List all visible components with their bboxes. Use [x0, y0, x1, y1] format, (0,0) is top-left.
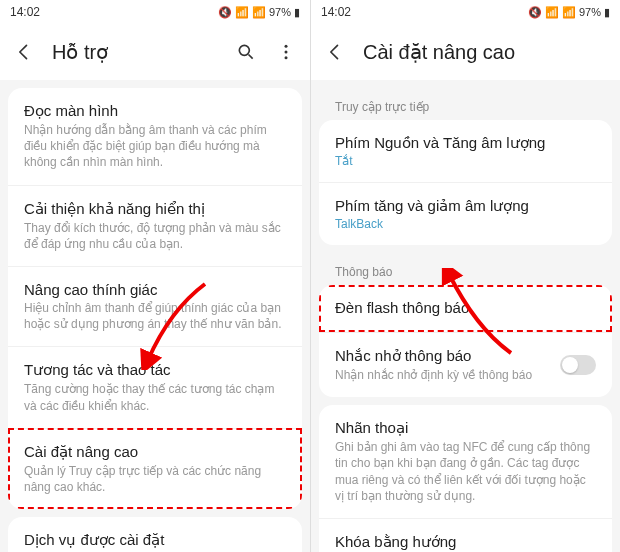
header: Hỗ trợ [0, 24, 310, 80]
battery-icon: ▮ [604, 6, 610, 19]
statusbar: 14:02 🔇 📶 📶 97% ▮ [311, 0, 620, 24]
status-icons: 🔇 📶 📶 97% ▮ [218, 6, 300, 19]
item-visibility[interactable]: Cải thiện khả năng hiển thị Thay đổi kíc… [8, 185, 302, 266]
status-time: 14:02 [10, 5, 40, 19]
misc-card: Nhãn thoại Ghi bản ghi âm vào tag NFC để… [319, 405, 612, 552]
page-title: Hỗ trợ [52, 40, 234, 64]
page-title: Cài đặt nâng cao [363, 40, 608, 64]
svg-point-0 [239, 45, 249, 55]
content: Đọc màn hình Nhận hướng dẫn bằng âm than… [0, 80, 310, 552]
mute-icon: 🔇 [218, 6, 232, 19]
back-icon[interactable] [323, 40, 347, 64]
notification-card: Đèn flash thông báo Nhắc nhở thông báo N… [319, 285, 612, 397]
direct-access-card: Phím Nguồn và Tăng âm lượng Tắt Phím tăn… [319, 120, 612, 245]
content: Truy cập trực tiếp Phím Nguồn và Tăng âm… [311, 80, 620, 552]
statusbar: 14:02 🔇 📶 📶 97% ▮ [0, 0, 310, 24]
installed-card: Dịch vụ được cài đặt TalkBack và 7 dịch … [8, 517, 302, 552]
settings-card: Đọc màn hình Nhận hướng dẫn bằng âm than… [8, 88, 302, 509]
battery-text: 97% [269, 6, 291, 18]
item-advanced-settings[interactable]: Cài đặt nâng cao Quản lý Truy cập trực t… [8, 428, 302, 509]
status-time: 14:02 [321, 5, 351, 19]
item-notification-reminder[interactable]: Nhắc nhở thông báo Nhận nhắc nhở định kỳ… [319, 332, 612, 397]
more-icon[interactable] [274, 40, 298, 64]
svg-point-3 [285, 56, 288, 59]
wifi-icon: 📶 [235, 6, 249, 19]
item-interaction[interactable]: Tương tác và thao tác Tăng cường hoặc th… [8, 346, 302, 427]
section-direct-access: Truy cập trực tiếp [319, 88, 612, 120]
item-flash-notification[interactable]: Đèn flash thông báo [319, 285, 612, 332]
back-icon[interactable] [12, 40, 36, 64]
search-icon[interactable] [234, 40, 258, 64]
item-power-volume-up[interactable]: Phím Nguồn và Tăng âm lượng Tắt [319, 120, 612, 182]
signal-icon: 📶 [252, 6, 266, 19]
battery-icon: ▮ [294, 6, 300, 19]
item-voice-label[interactable]: Nhãn thoại Ghi bản ghi âm vào tag NFC để… [319, 405, 612, 518]
mute-icon: 🔇 [528, 6, 542, 19]
toggle-notification-reminder[interactable] [560, 355, 596, 375]
status-icons: 🔇 📶 📶 97% ▮ [528, 6, 610, 19]
header: Cài đặt nâng cao [311, 24, 620, 80]
wifi-icon: 📶 [545, 6, 559, 19]
left-phone: 14:02 🔇 📶 📶 97% ▮ Hỗ trợ Đọc màn hình Nh [0, 0, 310, 552]
item-screen-reader[interactable]: Đọc màn hình Nhận hướng dẫn bằng âm than… [8, 88, 302, 185]
item-direction-lock[interactable]: Khóa bằng hướng Mở khóa màn hình bằng cá… [319, 518, 612, 552]
item-hearing[interactable]: Nâng cao thính giác Hiệu chỉnh âm thanh … [8, 266, 302, 346]
svg-point-1 [285, 45, 288, 48]
item-volume-keys[interactable]: Phím tăng và giảm âm lượng TalkBack [319, 182, 612, 245]
section-notification: Thông báo [319, 253, 612, 285]
right-phone: 14:02 🔇 📶 📶 97% ▮ Cài đặt nâng cao Truy … [310, 0, 620, 552]
svg-point-2 [285, 51, 288, 54]
item-installed-services[interactable]: Dịch vụ được cài đặt TalkBack và 7 dịch … [8, 517, 302, 552]
battery-text: 97% [579, 6, 601, 18]
signal-icon: 📶 [562, 6, 576, 19]
